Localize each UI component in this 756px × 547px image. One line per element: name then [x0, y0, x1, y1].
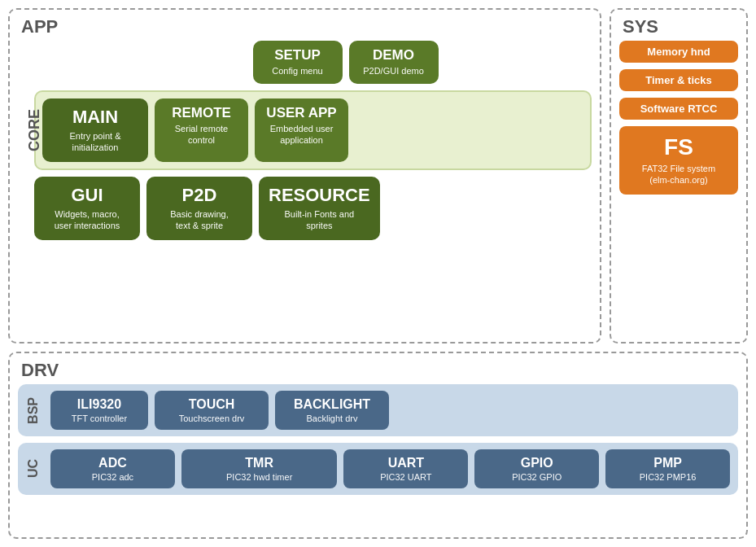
resource-box: RESOURCE Built-in Fonts andsprites — [259, 177, 380, 240]
memory-hnd-box: Memory hnd — [619, 41, 738, 63]
timer-ticks-box: Timer & ticks — [619, 69, 738, 91]
uart-sub: PIC32 UART — [353, 472, 458, 482]
touch-box: TOUCH Touchscreen drv — [155, 391, 269, 430]
drv-inner: BSP ILI9320 TFT controller TOUCH Touchsc… — [18, 384, 738, 495]
app-inner: SETUP Config menu DEMO P2D/GUI demo CORE… — [18, 41, 592, 240]
sys-label: SYS — [623, 16, 658, 37]
drv-section: DRV BSP ILI9320 TFT controller TOUCH Tou… — [8, 352, 748, 539]
core-label: CORE — [26, 109, 43, 151]
main-title: MAIN — [52, 107, 138, 128]
ili9320-box: ILI9320 TFT controller — [50, 391, 148, 430]
setup-title: SETUP — [261, 47, 334, 63]
gpio-box: GPIO PIC32 GPIO — [474, 449, 599, 488]
adc-box: ADC PIC32 adc — [50, 449, 175, 488]
userapp-title: USER APP — [263, 105, 340, 121]
app-middle-row: CORE MAIN Entry point &initialization RE… — [18, 90, 592, 170]
pmp-title: PMP — [615, 456, 720, 470]
software-rtcc-box: Software RTCC — [619, 98, 738, 120]
adc-sub: PIC32 adc — [60, 472, 165, 482]
setup-box: SETUP Config menu — [253, 41, 343, 84]
demo-sub: P2D/GUI demo — [357, 65, 430, 77]
uart-box: UART PIC32 UART — [343, 449, 468, 488]
sys-inner: Memory hnd Timer & ticks Software RTCC F… — [619, 41, 738, 195]
fs-sub: FAT32 File system(elm-chan.org) — [626, 163, 732, 186]
uc-row: UC ADC PIC32 adc TMR PIC32 hwd timer UAR… — [18, 443, 738, 495]
ili9320-title: ILI9320 — [60, 397, 138, 412]
main-sub: Entry point &initialization — [52, 130, 138, 154]
backlight-title: BACKLIGHT — [285, 397, 379, 412]
gpio-sub: PIC32 GPIO — [484, 472, 589, 482]
resource-title: RESOURCE — [269, 185, 370, 206]
touch-sub: Touchscreen drv — [164, 414, 259, 423]
uart-title: UART — [353, 456, 458, 470]
gui-sub: Widgets, macro,user interactions — [44, 208, 130, 232]
gui-box: GUI Widgets, macro,user interactions — [34, 177, 140, 240]
userapp-sub: Embedded userapplication — [263, 123, 340, 147]
userapp-box: USER APP Embedded userapplication — [255, 98, 348, 162]
main-box: MAIN Entry point &initialization — [42, 98, 148, 162]
app-bottom-row: GUI Widgets, macro,user interactions P2D… — [18, 177, 592, 240]
ili9320-sub: TFT controller — [60, 414, 138, 423]
gpio-title: GPIO — [484, 456, 589, 470]
backlight-box: BACKLIGHT Backlight drv — [275, 391, 389, 430]
app-top-row: SETUP Config menu DEMO P2D/GUI demo — [18, 41, 592, 84]
remote-box: REMOTE Serial remotecontrol — [155, 98, 248, 162]
touch-title: TOUCH — [164, 397, 259, 412]
drv-label: DRV — [21, 360, 59, 381]
adc-title: ADC — [60, 456, 165, 470]
main-container: APP SETUP Config menu DEMO P2D/GUI demo … — [8, 8, 748, 539]
tmr-title: TMR — [191, 456, 328, 470]
bsp-row: BSP ILI9320 TFT controller TOUCH Touchsc… — [18, 384, 738, 436]
p2d-box: P2D Basic drawing,text & sprite — [146, 177, 252, 240]
app-label: APP — [21, 16, 58, 37]
resource-sub: Built-in Fonts andsprites — [269, 208, 370, 232]
p2d-title: P2D — [156, 185, 243, 206]
fs-title: FS — [626, 134, 732, 160]
top-row: APP SETUP Config menu DEMO P2D/GUI demo … — [8, 8, 748, 344]
pmp-box: PMP PIC32 PMP16 — [605, 449, 730, 488]
tmr-box: TMR PIC32 hwd timer — [181, 449, 338, 488]
remote-title: REMOTE — [163, 105, 240, 121]
remote-sub: Serial remotecontrol — [163, 123, 240, 147]
pmp-sub: PIC32 PMP16 — [615, 472, 720, 482]
sys-section: SYS Memory hnd Timer & ticks Software RT… — [610, 8, 748, 344]
setup-sub: Config menu — [261, 65, 334, 77]
backlight-sub: Backlight drv — [285, 414, 379, 423]
bsp-label: BSP — [26, 397, 41, 424]
demo-box: DEMO P2D/GUI demo — [349, 41, 439, 84]
fs-box: FS FAT32 File system(elm-chan.org) — [619, 126, 738, 195]
core-group: MAIN Entry point &initialization REMOTE … — [34, 90, 592, 170]
gui-title: GUI — [44, 185, 130, 206]
demo-title: DEMO — [357, 47, 430, 63]
p2d-sub: Basic drawing,text & sprite — [156, 208, 243, 232]
tmr-sub: PIC32 hwd timer — [191, 472, 328, 482]
app-section: APP SETUP Config menu DEMO P2D/GUI demo … — [8, 8, 601, 344]
uc-label: UC — [26, 459, 41, 478]
